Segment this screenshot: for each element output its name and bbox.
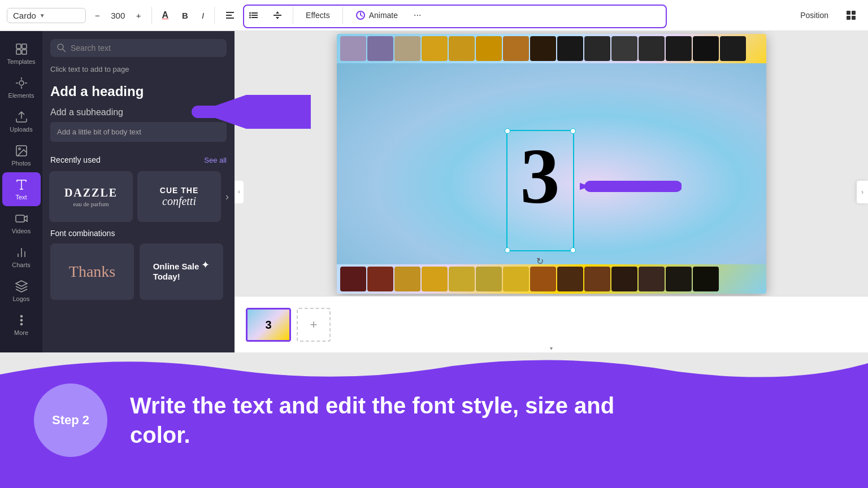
- canvas-frame[interactable]: 3 ↻: [337, 34, 766, 294]
- slide-thumb-number: 3: [265, 318, 271, 331]
- video-icon: [15, 212, 28, 225]
- svg-line-35: [63, 49, 66, 52]
- handle-topright[interactable]: [570, 128, 576, 134]
- film-swatch: [611, 36, 637, 61]
- sidebar: Templates Elements Uploads Photos Text V…: [0, 31, 42, 352]
- svg-point-24: [19, 148, 20, 150]
- see-all-button[interactable]: See all: [204, 156, 227, 164]
- film-swatch: [611, 267, 637, 291]
- svg-rect-2: [226, 18, 234, 19]
- search-input[interactable]: [71, 43, 220, 53]
- svg-point-31: [20, 316, 22, 317]
- film-swatch: [422, 36, 448, 61]
- sidebar-item-charts[interactable]: Charts: [2, 240, 41, 274]
- sidebar-item-templates[interactable]: Templates: [2, 37, 41, 71]
- italic-button[interactable]: I: [197, 8, 209, 23]
- svg-rect-14: [852, 11, 856, 15]
- svg-rect-19: [16, 50, 21, 54]
- animate-button[interactable]: Animate: [349, 7, 405, 23]
- text-color-button[interactable]: A: [158, 7, 173, 23]
- add-slide-button[interactable]: +: [297, 308, 331, 342]
- spacing-button[interactable]: [268, 7, 287, 23]
- effects-button[interactable]: Effects: [299, 8, 337, 23]
- filmstrip-bottom: [337, 264, 766, 294]
- film-swatch: [394, 267, 420, 291]
- search-icon: [57, 43, 66, 53]
- combo-card-2[interactable]: Online Sale Today! ✦: [140, 243, 223, 300]
- film-swatch: [367, 267, 393, 291]
- bold-button[interactable]: B: [177, 8, 193, 23]
- font-combos-section: Font combinations Thanks Online Sale Tod…: [42, 224, 235, 304]
- align-button[interactable]: [220, 7, 240, 23]
- font-size-decrease-button[interactable]: −: [90, 8, 105, 23]
- text-panel: Click text to add to page Add a heading …: [42, 31, 235, 352]
- film-swatch: [340, 267, 366, 291]
- step-label: Step 2: [52, 413, 89, 428]
- film-swatch: [584, 36, 610, 61]
- sidebar-item-photos[interactable]: Photos: [2, 138, 41, 172]
- elements-icon: [15, 76, 28, 90]
- sidebar-logos-label: Logos: [13, 295, 30, 302]
- grid-options-button[interactable]: [841, 7, 861, 24]
- film-swatch: [449, 36, 475, 61]
- sidebar-charts-label: Charts: [12, 262, 30, 268]
- collapse-bottom-handle[interactable]: ▾: [545, 344, 557, 352]
- svg-rect-4: [251, 15, 258, 16]
- font-card-confetti[interactable]: CUE THE confetti: [137, 171, 221, 222]
- svg-rect-15: [847, 16, 850, 20]
- slide-1-thumbnail[interactable]: 3: [246, 308, 291, 342]
- divider-3: [293, 7, 293, 24]
- font-size-increase-button[interactable]: +: [132, 8, 146, 23]
- right-panel-handle[interactable]: ›: [857, 181, 868, 203]
- panel-collapse-handle[interactable]: ‹: [235, 181, 244, 203]
- more-options-button[interactable]: ···: [409, 7, 426, 23]
- main-area: Templates Elements Uploads Photos Text V…: [0, 31, 868, 352]
- svg-rect-16: [852, 16, 856, 20]
- combo-card-1[interactable]: Thanks: [50, 243, 134, 300]
- svg-rect-3: [251, 12, 258, 14]
- recently-used-title: Recently used: [50, 155, 101, 164]
- position-button[interactable]: Position: [795, 8, 834, 23]
- svg-point-7: [249, 15, 251, 16]
- logos-icon: [15, 280, 28, 293]
- svg-marker-11: [276, 17, 279, 19]
- sidebar-item-more[interactable]: More: [2, 308, 41, 342]
- list-icon: [249, 10, 259, 20]
- sidebar-item-videos[interactable]: Videos: [2, 206, 41, 240]
- filmstrip-top: [337, 34, 766, 63]
- canvas-text-element[interactable]: 3 ↻: [506, 130, 574, 251]
- sidebar-item-uploads[interactable]: Uploads: [2, 104, 41, 138]
- sidebar-item-logos[interactable]: Logos: [2, 274, 41, 308]
- svg-point-34: [58, 44, 63, 50]
- film-swatch: [693, 36, 719, 61]
- top-toolbar: Cardo ▼ − 300 + A B I Effects Animate ··…: [0, 0, 868, 31]
- film-swatch: [584, 267, 610, 291]
- list-button[interactable]: [244, 7, 263, 23]
- carousel-next-button[interactable]: ›: [223, 189, 231, 205]
- sidebar-elements-label: Elements: [8, 92, 34, 99]
- search-bar[interactable]: [50, 39, 227, 57]
- sidebar-item-text[interactable]: Text: [2, 172, 41, 206]
- film-swatch: [639, 36, 665, 61]
- film-swatch: [394, 36, 420, 61]
- sidebar-videos-label: Videos: [12, 228, 31, 234]
- upload-icon: [15, 110, 28, 124]
- spacing-icon: [272, 10, 283, 20]
- more-icon: [15, 313, 28, 327]
- font-size-value[interactable]: 300: [107, 11, 129, 20]
- font-card-dazzle[interactable]: DAZZLE eau de parfum: [49, 171, 133, 222]
- handle-bottomright[interactable]: [570, 247, 576, 253]
- font-selector[interactable]: Cardo ▼: [7, 8, 86, 23]
- font-name: Cardo: [13, 11, 36, 20]
- divider-1: [151, 7, 152, 24]
- font-combo-cards: Thanks Online Sale Today! ✦: [50, 243, 227, 300]
- svg-rect-13: [847, 11, 850, 15]
- combo-card-2-text: Online Sale Today!: [153, 262, 199, 282]
- sidebar-uploads-label: Uploads: [10, 126, 32, 133]
- grid-options-icon: [845, 10, 857, 21]
- sidebar-item-elements[interactable]: Elements: [2, 71, 41, 104]
- svg-rect-17: [16, 44, 21, 49]
- bottom-description: Write the text and edit the font style, …: [130, 391, 639, 450]
- handle-bottomleft[interactable]: [505, 247, 510, 253]
- handle-topleft[interactable]: [505, 128, 510, 134]
